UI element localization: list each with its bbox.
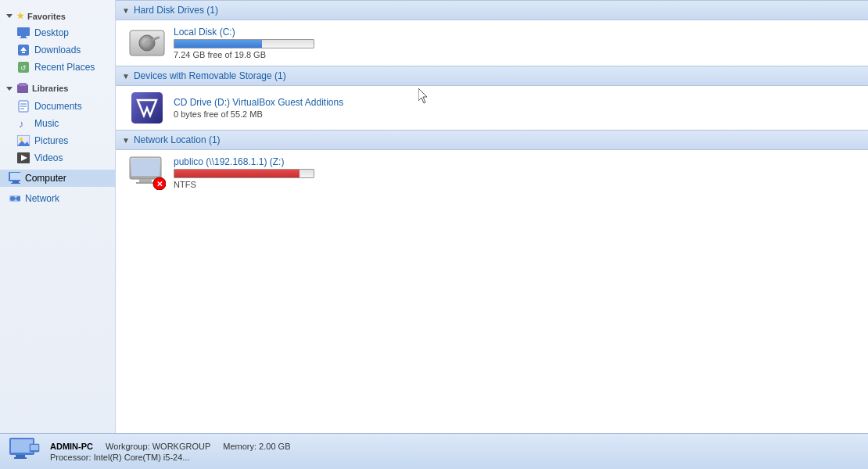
publico-z-size: NTFS	[174, 180, 314, 189]
libraries-icon	[16, 82, 29, 95]
content-area: ▼ Hard Disk Drives (1)	[116, 0, 868, 433]
svg-text:↺: ↺	[20, 64, 27, 72]
svg-rect-38	[136, 182, 155, 184]
hdd-svg	[128, 27, 166, 59]
svg-rect-2	[20, 38, 27, 38]
svg-rect-21	[10, 173, 20, 180]
network-group: Network	[0, 190, 115, 207]
svg-point-16	[20, 138, 23, 141]
cd-svg	[128, 91, 166, 125]
net-drive-svg: ✕	[128, 156, 166, 190]
publico-z-progress-container	[174, 169, 314, 178]
network-location-header[interactable]: ▼ Network Location (1)	[116, 130, 868, 150]
favorites-header[interactable]: ★ Favorites	[0, 8, 115, 24]
downloads-svg	[17, 44, 30, 56]
network-collapse-arrow: ▼	[122, 136, 130, 145]
svg-point-30	[145, 41, 149, 45]
status-processor: Processor: Intel(R) Core(TM) i5-24...	[50, 453, 189, 462]
computer-icon	[8, 172, 20, 184]
sidebar-item-documents[interactable]: Documents	[0, 98, 115, 115]
cd-drive-d-name: CD Drive (D:) VirtualBox Guest Additions	[174, 97, 343, 108]
svg-rect-44	[16, 455, 25, 457]
status-computer-icon	[8, 436, 41, 467]
status-bar: ADMIN-PC Workgroup: WORKGROUP Memory: 2.…	[0, 433, 868, 469]
removable-collapse-arrow: ▼	[122, 72, 130, 81]
desktop-svg	[17, 27, 30, 38]
videos-svg	[17, 152, 30, 163]
downloads-label: Downloads	[34, 45, 81, 55]
libraries-group: Libraries Documents ♪	[0, 79, 115, 166]
computer-label: Computer	[25, 173, 66, 184]
removable-storage-header[interactable]: ▼ Devices with Removable Storage (1)	[116, 66, 868, 86]
local-disk-c-progress-container	[174, 39, 314, 48]
removable-section-title: Devices with Removable Storage (1)	[134, 70, 286, 81]
libraries-label: Libraries	[32, 84, 68, 93]
svg-rect-9	[19, 83, 27, 86]
documents-label: Documents	[34, 101, 82, 112]
sidebar-item-downloads[interactable]: Downloads	[0, 41, 115, 59]
sidebar-item-pictures[interactable]: Pictures	[0, 132, 115, 149]
svg-text:♪: ♪	[19, 118, 24, 130]
star-icon: ★	[16, 11, 24, 21]
sidebar-item-recent[interactable]: ↺ Recent Places	[0, 59, 115, 76]
computer-group: Computer	[0, 170, 115, 187]
svg-text:✕: ✕	[156, 180, 163, 188]
status-pc-name: ADMIN-PC	[50, 442, 93, 451]
computer-svg	[8, 172, 20, 184]
cd-drive-d-item[interactable]: CD Drive (D:) VirtualBox Guest Additions…	[116, 86, 868, 130]
publico-z-name: publico (\\192.168.1.1) (Z:)	[174, 156, 314, 167]
cd-drive-icon	[128, 92, 166, 124]
recent-svg: ↺	[17, 61, 30, 73]
sidebar-item-computer[interactable]: Computer	[0, 170, 115, 187]
recent-icon: ↺	[17, 61, 30, 73]
network-label: Network	[25, 193, 59, 204]
music-icon: ♪	[17, 117, 30, 130]
cd-drive-d-size: 0 bytes free of 55.2 MB	[174, 109, 343, 119]
svg-rect-1	[21, 36, 26, 38]
local-disk-c-size: 7.24 GB free of 19.8 GB	[174, 50, 314, 59]
desktop-label: Desktop	[34, 27, 69, 38]
local-disk-c-name: Local Disk (C:)	[174, 27, 314, 38]
status-text-area: ADMIN-PC Workgroup: WORKGROUP Memory: 2.…	[50, 442, 290, 462]
hdd-collapse-arrow: ▼	[122, 6, 130, 15]
local-disk-c-info: Local Disk (C:) 7.24 GB free of 19.8 GB	[174, 27, 314, 59]
music-svg: ♪	[17, 117, 30, 130]
hdd-section-title: Hard Disk Drives (1)	[134, 5, 218, 16]
sidebar-item-videos[interactable]: Videos	[0, 149, 115, 166]
status-memory: Memory: 2.00 GB	[223, 442, 290, 451]
documents-icon	[17, 100, 30, 113]
publico-z-info: publico (\\192.168.1.1) (Z:) NTFS	[174, 156, 314, 189]
svg-rect-45	[14, 457, 27, 459]
favorites-group: ★ Favorites Desktop	[0, 8, 115, 76]
svg-rect-0	[17, 27, 30, 36]
local-disk-c-item[interactable]: Local Disk (C:) 7.24 GB free of 19.8 GB	[116, 20, 868, 66]
sidebar-item-network[interactable]: Network	[0, 190, 115, 207]
svg-rect-22	[13, 181, 19, 183]
music-label: Music	[34, 118, 59, 129]
sidebar: ★ Favorites Desktop	[0, 0, 116, 433]
network-drive-icon: ✕	[128, 157, 166, 188]
favorites-arrow	[6, 14, 13, 18]
publico-z-progress-fill	[174, 170, 299, 177]
pictures-svg	[17, 135, 30, 146]
publico-z-item[interactable]: ✕ publico (\\192.168.1.1) (Z:) NTFS	[116, 150, 868, 195]
status-line2: Processor: Intel(R) Core(TM) i5-24...	[50, 453, 290, 462]
network-section-title: Network Location (1)	[134, 134, 221, 145]
pictures-icon	[17, 134, 30, 147]
libraries-header[interactable]: Libraries	[0, 79, 115, 98]
desktop-icon	[17, 27, 30, 39]
sidebar-item-desktop[interactable]: Desktop	[0, 24, 115, 41]
main-container: ★ Favorites Desktop	[0, 0, 868, 433]
cd-drive-d-info: CD Drive (D:) VirtualBox Guest Additions…	[174, 97, 343, 119]
svg-rect-37	[139, 179, 152, 182]
network-icon	[8, 192, 20, 205]
downloads-icon	[17, 44, 30, 56]
favorites-label: Favorites	[27, 12, 66, 21]
recent-label: Recent Places	[34, 62, 95, 73]
hard-disk-drives-header[interactable]: ▼ Hard Disk Drives (1)	[116, 0, 868, 20]
pictures-label: Pictures	[34, 135, 68, 146]
svg-rect-36	[131, 159, 160, 176]
svg-rect-23	[11, 183, 20, 184]
sidebar-item-music[interactable]: ♪ Music	[0, 115, 115, 132]
videos-icon	[17, 152, 30, 164]
